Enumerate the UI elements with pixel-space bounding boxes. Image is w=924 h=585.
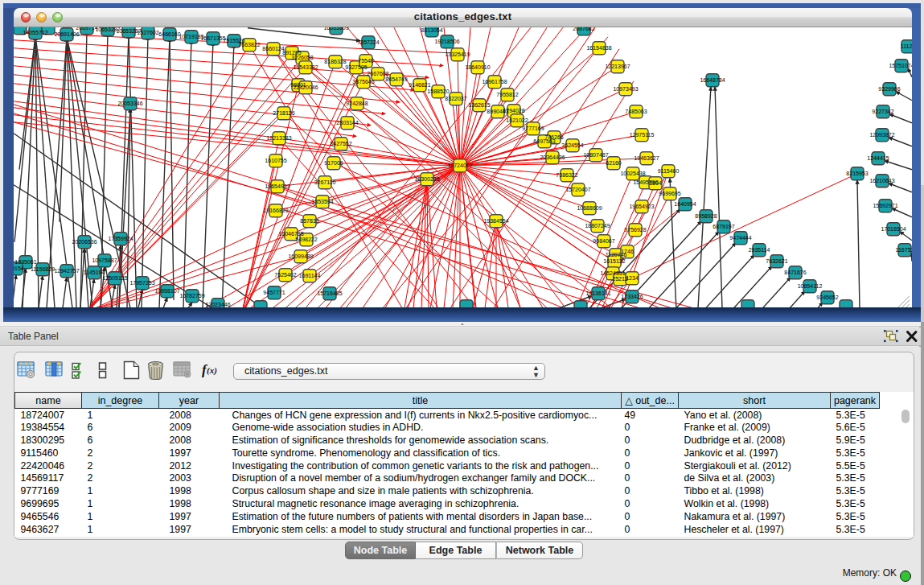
svg-text:16961758: 16961758 [482, 79, 507, 84]
svg-text:19654923: 19654923 [629, 204, 654, 209]
svg-text:1621022: 1621022 [506, 117, 528, 123]
svg-text:1610755: 1610755 [265, 158, 286, 163]
svg-text:1353594: 1353594 [311, 199, 333, 204]
svg-text:20364436: 20364436 [540, 154, 565, 160]
svg-text:12213967: 12213967 [605, 64, 630, 69]
svg-text:8186328: 8186328 [324, 59, 346, 64]
svg-text:10975887: 10975887 [92, 257, 117, 263]
svg-text:9146821: 9146821 [409, 82, 430, 88]
svg-text:19654933: 19654933 [265, 183, 290, 189]
svg-text:10025438: 10025438 [620, 171, 645, 176]
svg-text:9084067: 9084067 [593, 238, 614, 244]
svg-text:1640954: 1640954 [674, 201, 696, 207]
svg-text:15720407: 15720407 [565, 187, 590, 192]
svg-text:1362615: 1362615 [468, 102, 490, 108]
svg-text:18300295: 18300295 [414, 176, 439, 182]
svg-text:19218506: 19218506 [434, 39, 459, 44]
svg-text:9227342: 9227342 [872, 109, 893, 114]
svg-text:8958928: 8958928 [695, 213, 717, 219]
svg-text:3267110: 3267110 [314, 179, 336, 185]
svg-text:917006: 917006 [324, 160, 343, 166]
svg-text:12975115: 12975115 [630, 132, 655, 138]
svg-text:7857224: 7857224 [357, 39, 379, 45]
svg-text:3226058: 3226058 [291, 55, 313, 60]
svg-text:1145194: 1145194 [84, 270, 105, 275]
svg-text:12213383: 12213383 [266, 135, 291, 141]
svg-text:18640910: 18640910 [465, 64, 490, 70]
svg-text:16099489: 16099489 [288, 253, 313, 259]
svg-text:9474444: 9474444 [729, 235, 751, 241]
svg-text:7485063: 7485063 [625, 109, 647, 114]
svg-text:6497563: 6497563 [533, 138, 555, 144]
svg-text:12093872: 12093872 [869, 132, 894, 138]
svg-text:22420046: 22420046 [293, 84, 318, 90]
svg-text:2087682: 2087682 [573, 27, 594, 31]
svg-text:6794028: 6794028 [503, 108, 524, 113]
svg-text:3875645: 3875645 [352, 79, 374, 84]
svg-text:9457771: 9457771 [263, 290, 285, 295]
svg-text:5498222: 5498222 [295, 237, 317, 242]
svg-text:12023446: 12023446 [205, 302, 230, 307]
svg-text:16648784: 16648784 [700, 77, 725, 83]
svg-text:8427552: 8427552 [330, 141, 351, 146]
svg-text:16210643: 16210643 [869, 178, 894, 183]
svg-text:9115460: 9115460 [658, 168, 680, 174]
svg-text:13325419: 13325419 [445, 51, 470, 57]
svg-text:20206536: 20206536 [72, 239, 97, 245]
svg-text:10688609: 10688609 [577, 205, 602, 211]
svg-text:14136141: 14136141 [585, 290, 610, 296]
svg-text:1335061: 1335061 [14, 259, 36, 265]
svg-text:16543382: 16543382 [293, 64, 318, 70]
svg-text:16046788: 16046788 [278, 231, 303, 237]
svg-text:2667608: 2667608 [367, 71, 388, 76]
svg-text:20053346: 20053346 [117, 101, 142, 106]
svg-text:12505135: 12505135 [102, 275, 127, 281]
svg-text:7663822: 7663822 [238, 42, 260, 47]
svg-text:8471676: 8471676 [784, 270, 806, 275]
svg-text:1527602: 1527602 [137, 30, 158, 35]
svg-text:10654112: 10654112 [798, 283, 823, 289]
svg-text:19166829: 19166829 [263, 208, 288, 213]
svg-text:7955812: 7955812 [496, 92, 518, 97]
svg-text:19384554: 19384554 [483, 218, 508, 224]
svg-text:14055712: 14055712 [23, 30, 47, 35]
svg-text:11156829: 11156829 [31, 266, 55, 272]
svg-text:17016504: 17016504 [881, 226, 906, 232]
svg-text:2803144: 2803144 [336, 120, 358, 126]
svg-text:15716485: 15716485 [317, 290, 342, 296]
svg-text:2718126: 2718126 [273, 110, 294, 116]
svg-text:16033809: 16033809 [323, 27, 348, 31]
svg-text:9699695: 9699695 [659, 191, 680, 196]
svg-text:14524851: 14524851 [600, 270, 625, 276]
svg-text:9327505: 9327505 [345, 64, 367, 70]
svg-text:15692971: 15692971 [873, 203, 897, 208]
svg-text:1746: 1746 [621, 249, 634, 254]
svg-text:10973493: 10973493 [613, 86, 638, 92]
svg-text:17359924: 17359924 [108, 236, 133, 241]
svg-text:8322037: 8322037 [445, 96, 466, 101]
svg-text:20691406: 20691406 [54, 31, 79, 37]
svg-text:1588520: 1588520 [427, 89, 449, 94]
svg-text:16671355: 16671355 [200, 35, 225, 41]
svg-text:8454749: 8454749 [385, 76, 407, 82]
svg-text:5804: 5804 [649, 180, 662, 186]
svg-text:12942757: 12942757 [54, 268, 79, 274]
svg-text:116753: 116753 [896, 247, 912, 253]
svg-text:(x): (x) [207, 365, 217, 376]
svg-text:9242848: 9242848 [346, 101, 368, 106]
svg-text:39154: 39154 [14, 266, 24, 271]
svg-text:8660124: 8660124 [262, 46, 284, 51]
svg-text:18807249: 18807249 [585, 223, 610, 229]
svg-text:16782759: 16782759 [179, 293, 204, 299]
svg-text:8215953: 8215953 [846, 171, 868, 176]
svg-text:17957253: 17957253 [129, 280, 154, 286]
svg-text:3624554: 3624554 [561, 142, 583, 148]
svg-text:7632621: 7632621 [766, 258, 787, 264]
svg-text:15751074: 15751074 [889, 63, 912, 68]
svg-text:18724007: 18724007 [447, 163, 472, 168]
svg-text:10807487: 10807487 [583, 152, 608, 158]
svg-text:10958107: 10958107 [154, 288, 179, 294]
svg-text:9245652: 9245652 [816, 295, 838, 300]
svg-text:7625402: 7625402 [274, 272, 296, 278]
svg-text:62160: 62160 [606, 160, 622, 166]
